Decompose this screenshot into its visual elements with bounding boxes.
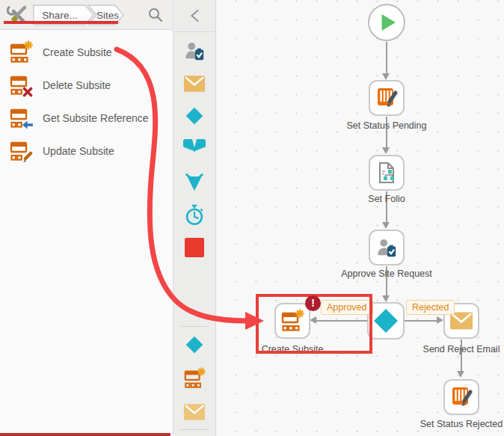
collapse-chevron-icon[interactable] <box>190 9 200 22</box>
folio-icon <box>375 161 399 185</box>
node-label: Set Folio <box>334 193 439 206</box>
mail-icon[interactable] <box>183 75 206 93</box>
mail-icon[interactable] <box>183 403 206 421</box>
action-label: Update Subsite <box>43 145 114 157</box>
connector-arrowhead <box>457 371 464 378</box>
workflow-node-set-status-rejected[interactable] <box>443 379 479 415</box>
set-status-icon <box>375 86 399 110</box>
action-label: Delete Subsite <box>43 79 111 91</box>
action-label: Get Subsite Reference <box>43 112 149 124</box>
node-label: Set Status Pending <box>334 120 439 132</box>
node-label: Create Subsite <box>240 343 345 356</box>
get-subsite-reference-icon <box>9 106 33 130</box>
action-item-update-subsite[interactable]: Update Subsite <box>0 135 173 168</box>
action-item-delete-subsite[interactable]: Delete Subsite <box>0 69 173 102</box>
create-subsite-icon[interactable] <box>183 367 206 390</box>
workflow-node-set-status-pending[interactable] <box>369 80 405 116</box>
panel-header: Share... Sites <box>0 0 173 30</box>
connector-arrowhead <box>382 295 390 302</box>
actions-panel: Share... Sites <box>0 0 173 436</box>
merge-icon[interactable] <box>183 171 206 192</box>
toolbar-divider <box>181 429 209 430</box>
annotation-underline-breadcrumb <box>4 21 118 24</box>
connector-rejected <box>405 320 437 322</box>
connector-arrowhead <box>382 73 390 80</box>
breadcrumb: Share... Sites <box>30 0 131 30</box>
delete-subsite-icon <box>9 73 33 97</box>
create-subsite-icon <box>9 40 33 64</box>
update-subsite-icon <box>9 139 33 163</box>
connector-approved <box>316 320 368 322</box>
edge-label-rejected[interactable]: Rejected <box>406 300 455 315</box>
workflow-node-set-folio[interactable] <box>369 155 405 191</box>
connector <box>386 42 387 75</box>
node-label: Set Status Rejected <box>409 418 504 431</box>
decision-icon <box>372 307 399 334</box>
connector-arrowhead <box>437 316 443 324</box>
start-play-icon <box>369 4 404 41</box>
node-label: Approve Site Request <box>334 268 439 280</box>
user-task-icon <box>375 236 398 259</box>
breadcrumb-label-sites[interactable]: Sites <box>96 10 119 21</box>
end-icon[interactable] <box>185 238 204 257</box>
search-icon[interactable] <box>147 7 164 23</box>
connector-arrowhead <box>382 222 390 229</box>
error-badge[interactable]: ! <box>305 295 321 311</box>
split-icon[interactable] <box>183 139 206 159</box>
decision-icon[interactable] <box>183 105 206 127</box>
edge-label-approved[interactable]: Approved <box>321 300 373 315</box>
action-item-create-subsite[interactable]: Create Subsite <box>0 36 173 69</box>
workflow-node-create-subsite[interactable] <box>274 303 310 339</box>
workflow-canvas[interactable]: Set Status Pending Set Folio Approve Sit… <box>217 0 504 436</box>
connector-arrowhead <box>310 316 316 324</box>
decision-icon[interactable] <box>183 334 206 356</box>
set-status-icon <box>449 385 473 409</box>
annotation-underline-bottom <box>0 433 170 436</box>
node-label: Send Reject Email <box>409 343 504 356</box>
user-task-icon[interactable] <box>183 40 206 62</box>
toolbar-divider <box>181 326 209 327</box>
toolbar-divider <box>173 31 216 32</box>
timer-icon[interactable] <box>183 203 206 227</box>
connector-arrowhead <box>382 147 390 154</box>
workflow-node-start[interactable] <box>368 4 405 41</box>
breadcrumb-label-sharepoint[interactable]: Share... <box>42 10 77 21</box>
action-label: Create Subsite <box>43 46 112 58</box>
create-subsite-icon <box>280 309 304 333</box>
action-item-get-subsite-reference[interactable]: Get Subsite Reference <box>0 102 173 135</box>
workflow-node-approve-site-request[interactable] <box>369 230 405 265</box>
actions-list: Create Subsite Delete Subsite <box>0 30 173 168</box>
steps-toolbar <box>173 0 216 436</box>
